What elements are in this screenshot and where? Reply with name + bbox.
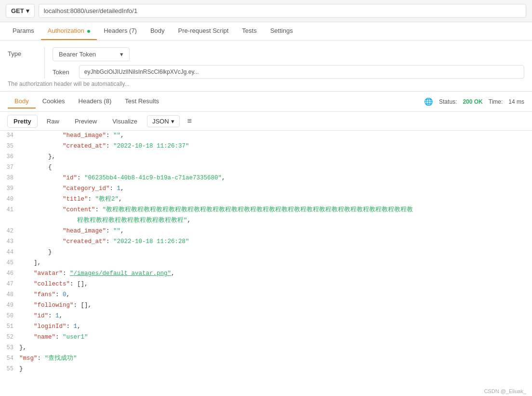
format-chevron: ▾ bbox=[171, 118, 174, 125]
tab-params-label: Params bbox=[13, 27, 34, 34]
code-line: 程教程教程教程教程教程教程教程教程", bbox=[0, 216, 532, 226]
line-number: 39 bbox=[0, 184, 19, 193]
authorization-dot bbox=[87, 30, 90, 33]
line-content: }, bbox=[19, 343, 532, 353]
line-content: "following": [], bbox=[19, 300, 532, 310]
code-line: 36 }, bbox=[0, 152, 532, 163]
auth-note: The authorization header will be automat… bbox=[0, 79, 532, 92]
tab-settings[interactable]: Settings bbox=[264, 22, 300, 40]
line-number: 53 bbox=[0, 343, 19, 353]
code-line: 47 "collects": [], bbox=[0, 279, 532, 290]
line-content: } bbox=[19, 364, 532, 374]
tab-response-body[interactable]: Body bbox=[8, 95, 36, 109]
bearer-token-select[interactable]: Bearer Token ▾ bbox=[53, 47, 130, 61]
tab-body[interactable]: Body bbox=[144, 22, 172, 40]
auth-section: Type Bearer Token ▾ Token bbox=[0, 41, 532, 79]
line-content: "fans": 0, bbox=[19, 290, 532, 300]
line-number: 38 bbox=[0, 173, 19, 183]
line-content: "name": "user1" bbox=[19, 332, 532, 342]
line-content: "head_image": "", bbox=[19, 131, 532, 140]
tab-authorization[interactable]: Authorization bbox=[41, 22, 97, 40]
tab-response-headers[interactable]: Headers (8) bbox=[72, 95, 119, 109]
code-line: 38 "id": "06235bb4-40b8-41c9-b19a-c71ae7… bbox=[0, 173, 532, 184]
view-pretty-button[interactable]: Pretty bbox=[8, 115, 37, 127]
url-input[interactable] bbox=[39, 4, 526, 18]
line-number: 40 bbox=[0, 194, 19, 204]
time-label: Time: bbox=[489, 98, 503, 105]
line-content: } bbox=[19, 247, 532, 257]
line-content: "created_at": "2022-10-18 11:26:28" bbox=[19, 237, 532, 246]
tab-pre-request[interactable]: Pre-request Script bbox=[172, 22, 236, 40]
code-area: 34 "head_image": "",35 "created_at": "20… bbox=[0, 131, 532, 375]
line-number: 35 bbox=[0, 141, 19, 151]
code-line: 35 "created_at": "2022-10-18 11:26:37" bbox=[0, 141, 532, 152]
line-content: "created_at": "2022-10-18 11:26:37" bbox=[19, 141, 532, 151]
format-select[interactable]: JSON ▾ bbox=[147, 115, 180, 127]
line-number: 52 bbox=[0, 332, 19, 342]
code-line: 44 } bbox=[0, 247, 532, 258]
token-row: Token bbox=[53, 65, 524, 79]
response-tabs: Body Cookies Headers (8) Test Results bbox=[8, 95, 166, 109]
auth-divider bbox=[44, 47, 45, 79]
code-line: 52 "name": "user1" bbox=[0, 332, 532, 343]
code-line: 50 "id": 1, bbox=[0, 311, 532, 322]
line-content: "avatar": "/images/default_avatar.png", bbox=[19, 269, 532, 278]
code-line: 55} bbox=[0, 364, 532, 375]
token-label: Token bbox=[53, 68, 69, 76]
line-number: 49 bbox=[0, 300, 19, 310]
method-chevron: ▾ bbox=[26, 7, 29, 14]
tab-response-body-label: Body bbox=[14, 97, 29, 105]
line-content: "loginId": 1, bbox=[19, 322, 532, 331]
view-visualize-button[interactable]: Visualize bbox=[106, 115, 143, 127]
tab-tests-label: Tests bbox=[242, 27, 256, 34]
line-number: 45 bbox=[0, 258, 19, 268]
view-raw-button[interactable]: Raw bbox=[41, 115, 65, 127]
code-line: 43 "created_at": "2022-10-18 11:26:28" bbox=[0, 237, 532, 247]
method-select[interactable]: GET ▾ bbox=[6, 4, 35, 18]
line-number: 48 bbox=[0, 290, 19, 300]
code-line: 37 { bbox=[0, 163, 532, 173]
wrap-icon: ≡ bbox=[187, 117, 192, 125]
line-number: 43 bbox=[0, 237, 19, 246]
tab-settings-label: Settings bbox=[270, 27, 293, 34]
bearer-chevron: ▾ bbox=[120, 51, 123, 58]
line-number: 44 bbox=[0, 247, 19, 257]
code-line: 48 "fans": 0, bbox=[0, 290, 532, 300]
tab-cookies-label: Cookies bbox=[42, 97, 65, 105]
line-content: "category_id": 1, bbox=[19, 184, 532, 193]
code-line: 41 "content": "教程教程教程教程教程教程教程教程教程教程教程教程教… bbox=[0, 205, 532, 216]
tab-test-results[interactable]: Test Results bbox=[118, 95, 166, 109]
line-number: 47 bbox=[0, 279, 19, 289]
tab-cookies[interactable]: Cookies bbox=[36, 95, 72, 109]
code-line: 42 "head_image": "", bbox=[0, 226, 532, 237]
line-content: "title": "教程2", bbox=[19, 194, 532, 204]
line-number: 36 bbox=[0, 152, 19, 162]
wrap-button[interactable]: ≡ bbox=[184, 115, 196, 127]
line-content: 程教程教程教程教程教程教程教程教程", bbox=[19, 216, 532, 225]
response-bar: Body Cookies Headers (8) Test Results 🌐 … bbox=[0, 92, 532, 112]
tab-headers[interactable]: Headers (7) bbox=[97, 22, 144, 40]
status-info: 🌐 Status: 200 OK Time: 14 ms bbox=[424, 97, 524, 106]
tab-headers-label: Headers (7) bbox=[104, 27, 137, 34]
line-number: 51 bbox=[0, 322, 19, 331]
line-number bbox=[0, 216, 19, 216]
line-content: "head_image": "", bbox=[19, 226, 532, 236]
tab-test-results-label: Test Results bbox=[125, 97, 159, 105]
tab-params[interactable]: Params bbox=[6, 22, 41, 40]
tab-tests[interactable]: Tests bbox=[235, 22, 263, 40]
line-number: 42 bbox=[0, 226, 19, 236]
tab-body-label: Body bbox=[150, 27, 165, 34]
code-line: 53}, bbox=[0, 343, 532, 354]
line-number: 54 bbox=[0, 354, 19, 363]
code-line: 40 "title": "教程2", bbox=[0, 194, 532, 205]
view-preview-button[interactable]: Preview bbox=[69, 115, 103, 127]
method-label: GET bbox=[11, 7, 24, 14]
top-tab-bar: Params Authorization Headers (7) Body Pr… bbox=[0, 22, 532, 41]
line-number: 34 bbox=[0, 131, 19, 140]
line-number: 37 bbox=[0, 163, 19, 172]
line-content: "content": "教程教程教程教程教程教程教程教程教程教程教程教程教程教程… bbox=[19, 205, 532, 215]
tab-response-headers-label: Headers (8) bbox=[79, 97, 112, 105]
code-line: 45 ], bbox=[0, 258, 532, 269]
token-input[interactable] bbox=[79, 65, 524, 79]
line-number: 46 bbox=[0, 269, 19, 278]
